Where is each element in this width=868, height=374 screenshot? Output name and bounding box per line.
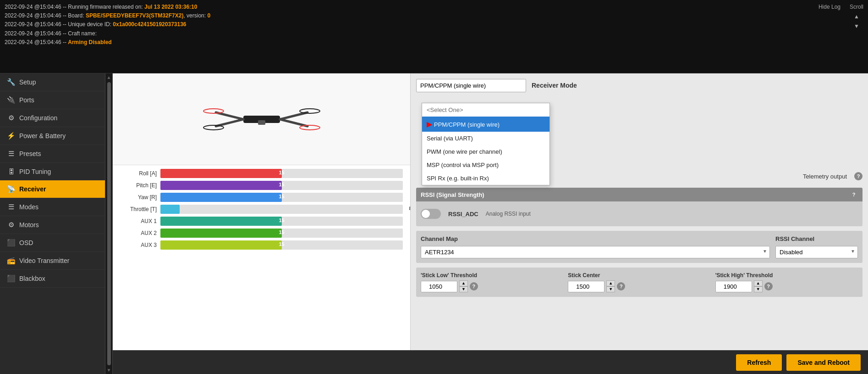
sidebar-item-configuration[interactable]: ⚙ Configuration — [0, 109, 105, 127]
rssi-help-icon[interactable]: ? — [850, 190, 858, 199]
dropdown-option-msp[interactable]: MSP (control via MSP port) — [422, 158, 549, 172]
dropdown-option-ppm[interactable]: ▶PPM/CPPM (single wire) — [422, 117, 549, 132]
scroll-button[interactable]: Scroll ▲ ▼ — [850, 3, 863, 31]
dropdown-option-pwm[interactable]: PWM (one wire per channel) — [422, 145, 549, 158]
bar-fill-throttle — [160, 205, 180, 214]
scroll-down-icon[interactable]: ▼ — [854, 22, 859, 31]
bar-fill-roll — [160, 169, 282, 178]
channel-map-select[interactable]: AETR1234 — [421, 246, 770, 258]
bar-fill-aux3 — [160, 240, 282, 250]
channel-row-roll: Roll [A] 15 00 — [120, 169, 403, 178]
sidebar-item-modes[interactable]: ☰ Modes — [0, 198, 105, 216]
channel-label-roll: Roll [A] — [120, 170, 157, 177]
stick-high-input[interactable] — [715, 281, 752, 292]
scroll-up[interactable]: ▲ — [105, 73, 113, 81]
channel-row-aux2: AUX 2 15 00 — [120, 229, 403, 238]
receiver-mode-row: PPM/CPPM (single wire) <Select One> ▶PPM… — [416, 79, 863, 92]
channel-bars: Roll [A] 15 00 Pitch [E] 15 00 — [113, 165, 410, 350]
rssi-section: RSSI (Signal Strength) ? RSSI_ADC Analog… — [416, 188, 863, 226]
motors-icon: ⚙ — [6, 221, 16, 229]
right-panel: PPM/CPPM (single wire) <Select One> ▶PPM… — [411, 73, 868, 350]
stick-center-input[interactable] — [568, 281, 604, 292]
receiver-mode-label: Receiver Mode — [532, 79, 577, 89]
svg-line-1 — [216, 112, 243, 119]
channel-label-yaw: Yaw [R] — [120, 194, 157, 201]
channel-label-pitch: Pitch [E] — [120, 182, 157, 189]
stick-high-help-icon[interactable]: ? — [764, 282, 773, 290]
dropdown-option-spi[interactable]: SPI Rx (e.g. built-in Rx) — [422, 172, 549, 185]
channel-map-section: Channel Map RSSI Channel AETR1234 — [416, 231, 863, 263]
stick-low-decrement[interactable]: ▼ — [459, 286, 468, 292]
sidebar-item-setup[interactable]: 🔧 Setup — [0, 73, 105, 91]
sidebar-item-receiver[interactable]: 📡 Receiver — [0, 180, 105, 198]
rssi-toggle-knob — [422, 210, 430, 218]
scroll-up-icon[interactable]: ▲ — [854, 12, 859, 21]
dropdown-option-serial[interactable]: Serial (via UART) — [422, 132, 549, 145]
sidebar-item-presets[interactable]: ☰ Presets — [0, 145, 105, 163]
stick-low-increment[interactable]: ▲ — [459, 280, 468, 286]
channel-row-aux3: AUX 3 15 00 — [120, 240, 403, 250]
sidebar-item-power-battery[interactable]: ⚡ Power & Battery — [0, 127, 105, 145]
stick-high-col: 'Stick High' Threshold ▲ ▼ ? — [715, 272, 858, 292]
sidebar-item-blackbox[interactable]: ⬛ Blackbox — [0, 270, 105, 288]
stick-low-input-wrap: ▲ ▼ ? — [421, 280, 563, 292]
log-line-3: 2022-09-24 @15:04:46 -- Unique device ID… — [5, 20, 863, 29]
channel-row-pitch: Pitch [E] 15 00 — [120, 181, 403, 190]
sidebar-item-label: Power & Battery — [19, 132, 66, 140]
sidebar: 🔧 Setup 🔌 Ports ⚙ Configuration ⚡ Power … — [0, 73, 105, 374]
channel-label-aux3: AUX 3 — [120, 242, 157, 248]
bar-aux3: 15 00 — [160, 240, 403, 250]
hide-log-button[interactable]: Hide Log — [819, 3, 841, 11]
telemetry-help-icon[interactable]: ? — [854, 172, 863, 180]
log-area: 2022-09-24 @15:04:46 -- Running firmware… — [0, 0, 868, 73]
stick-high-spinners: ▲ ▼ — [754, 280, 763, 292]
svg-point-5 — [203, 109, 224, 113]
refresh-button[interactable]: Refresh — [736, 354, 782, 371]
rssi-channel-select[interactable]: Disabled — [775, 246, 858, 258]
telemetry-output-label: Telemetry output — [803, 173, 847, 180]
sidebar-item-ports[interactable]: 🔌 Ports — [0, 91, 105, 109]
log-line-4: 2022-09-24 @15:04:46 -- Craft name: — [5, 29, 863, 38]
stick-center-decrement[interactable]: ▼ — [606, 286, 615, 292]
vtx-icon: 📻 — [6, 257, 16, 265]
receiver-dropdown-wrap: PPM/CPPM (single wire) <Select One> ▶PPM… — [416, 79, 526, 92]
stick-high-decrement[interactable]: ▼ — [754, 286, 763, 292]
sidebar-item-motors[interactable]: ⚙ Motors — [0, 216, 105, 234]
rssi-section-header: RSSI (Signal Strength) ? — [416, 188, 863, 201]
modes-icon: ☰ — [6, 203, 16, 211]
stick-center-help-icon[interactable]: ? — [617, 282, 625, 290]
rssi-adc-desc: Analog RSSI input — [486, 211, 531, 217]
sidebar-item-osd[interactable]: ⬛ OSD — [0, 234, 105, 252]
sidebar-item-video-transmitter[interactable]: 📻 Video Transmitter — [0, 252, 105, 270]
stick-high-input-wrap: ▲ ▼ ? — [715, 280, 858, 292]
scroll-track: ▲ ▼ — [105, 73, 113, 374]
sidebar-item-pid-tuning[interactable]: 🎛 PID Tuning — [0, 163, 105, 180]
rssi-section-title: RSSI (Signal Strength) — [421, 191, 484, 198]
bar-pitch: 15 00 — [160, 181, 403, 190]
rssi-channel-label: RSSI Channel — [775, 235, 858, 242]
left-panel: Roll [A] 15 00 Pitch [E] 15 00 — [113, 73, 411, 350]
save-reboot-button[interactable]: Save and Reboot — [786, 354, 861, 371]
log-line-2: 2022-09-24 @15:04:46 -- Board: SPBE/SPEE… — [5, 11, 863, 20]
channel-map-labels-row: Channel Map RSSI Channel — [421, 235, 858, 242]
sidebar-item-label: Setup — [19, 78, 36, 86]
scroll-thumb[interactable] — [107, 82, 111, 365]
stick-high-increment[interactable]: ▲ — [754, 280, 763, 286]
log-firmware-date: Jul 13 2022 03:36:10 — [144, 4, 197, 10]
rssi-adc-label: RSSI_ADC — [448, 211, 478, 218]
receiver-mode-select[interactable]: PPM/CPPM (single wire) — [416, 79, 526, 92]
rssi-adc-toggle[interactable] — [421, 209, 441, 219]
config-icon: ⚙ — [6, 114, 16, 122]
dropdown-option-select-one[interactable]: <Select One> — [422, 103, 549, 117]
sidebar-item-label: Modes — [19, 203, 38, 211]
bar-fill-yaw — [160, 193, 282, 202]
stick-low-input[interactable] — [421, 281, 457, 292]
bottom-toolbar: Refresh Save and Reboot — [113, 350, 868, 374]
blackbox-icon: ⬛ — [6, 274, 16, 283]
sidebar-item-label: Ports — [19, 96, 34, 104]
stick-low-help-icon[interactable]: ? — [470, 282, 478, 290]
channel-row-aux1: AUX 1 15 00 — [120, 217, 403, 226]
stick-center-increment[interactable]: ▲ — [606, 280, 615, 286]
stick-high-label: 'Stick High' Threshold — [715, 272, 858, 279]
scroll-down[interactable]: ▼ — [105, 366, 113, 374]
